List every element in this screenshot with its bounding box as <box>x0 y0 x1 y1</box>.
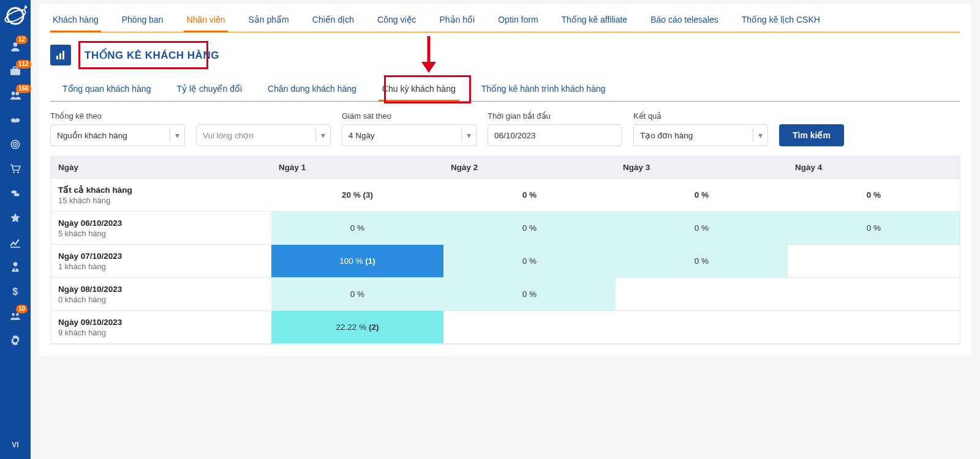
subtab-cycle[interactable]: Chu kỳ khách hàng <box>379 79 459 101</box>
table-row: Ngày 06/10/20235 khách hàng0 %0 %0 %0 % <box>51 212 960 245</box>
chevron-down-icon: ▾ <box>461 129 471 142</box>
tab-staff[interactable]: Nhân viên <box>184 10 227 32</box>
col-day-3: Ngày 3 <box>616 157 788 179</box>
coins-icon[interactable] <box>0 181 31 206</box>
badge: 10 <box>16 305 28 313</box>
cohort-cell: 0 % <box>443 278 616 311</box>
tab-optin[interactable]: Optin form <box>496 10 540 32</box>
table-row: Tất cả khách hàng15 khách hàng20 % (3)0 … <box>51 179 960 212</box>
table-row: Ngày 07/10/20231 khách hàng100 % (1)0 %0… <box>51 245 960 278</box>
filter-bar: Thống kê theo Nguồn khách hàng ▾ Vui lòn… <box>50 111 960 146</box>
filter-start-date-label: Thời gian bắt đầu <box>488 111 622 121</box>
left-sidebar: 12112166$10 VI <box>0 0 31 459</box>
svg-point-6 <box>12 92 15 95</box>
tab-telesales[interactable]: Báo cáo telesales <box>648 10 721 32</box>
badge: 12 <box>16 35 28 44</box>
svg-text:$: $ <box>13 286 18 297</box>
gear-icon[interactable] <box>0 328 31 353</box>
briefcase-icon[interactable]: 112 <box>0 59 31 83</box>
secondary-tabs: Tổng quan khách hàngTỷ lệ chuyển đổiChân… <box>50 79 960 102</box>
page-title: THỐNG KÊ KHÁCH HÀNG <box>78 45 225 65</box>
search-button[interactable]: Tìm kiếm <box>779 124 844 146</box>
subtab-conversion[interactable]: Tỷ lệ chuyển đổi <box>173 79 246 101</box>
cohort-cell: 0 % <box>616 245 788 278</box>
filter-start-date-input[interactable]: 06/10/2023 <box>488 124 622 146</box>
tab-feedback[interactable]: Phản hồi <box>437 10 478 32</box>
svg-rect-4 <box>10 69 20 75</box>
cohort-cell: 0 % <box>443 179 616 212</box>
svg-point-3 <box>13 42 18 47</box>
subtab-journey[interactable]: Thống kê hành trình khách hàng <box>478 79 609 101</box>
svg-point-1 <box>4 7 28 24</box>
subtab-profile[interactable]: Chân dung khách hàng <box>264 79 360 101</box>
svg-point-17 <box>12 313 15 316</box>
tab-cskh[interactable]: Thống kê lịch CSKH <box>739 10 823 32</box>
filter-second-label <box>196 111 331 121</box>
main-content: Khách hàngPhòng banNhân viênSản phẩmChiế… <box>31 0 980 459</box>
svg-point-18 <box>16 313 19 316</box>
cohort-cell <box>788 245 960 278</box>
svg-point-15 <box>13 262 18 266</box>
tab-affiliate[interactable]: Thống kê affiliate <box>559 10 630 32</box>
cohort-cell: 0 % <box>443 245 616 278</box>
cohort-cell: 0 % <box>443 212 616 245</box>
svg-rect-20 <box>59 53 61 59</box>
stats-icon <box>50 45 71 65</box>
svg-point-12 <box>17 171 19 173</box>
chevron-down-icon: ▾ <box>170 129 179 142</box>
filter-stat-by-select[interactable]: Nguồn khách hàng ▾ <box>50 124 185 146</box>
col-day-4: Ngày 4 <box>788 157 960 179</box>
table-row: Ngày 09/10/20239 khách hàng22.22 % (2) <box>51 311 960 344</box>
col-day: Ngày <box>51 157 271 179</box>
cohort-cell <box>788 278 960 311</box>
cohort-cell: 0 % <box>616 179 788 212</box>
users-cog-icon[interactable]: 166 <box>0 83 31 108</box>
table-row: Ngày 08/10/20230 khách hàng0 %0 % <box>51 278 960 311</box>
svg-point-10 <box>15 144 16 145</box>
chevron-down-icon: ▾ <box>753 129 763 142</box>
user-icon[interactable]: 12 <box>0 34 31 59</box>
star-icon[interactable] <box>0 206 31 230</box>
row-header: Ngày 06/10/20235 khách hàng <box>51 212 271 245</box>
cohort-cell <box>443 311 616 344</box>
cohort-cell: 20 % (3) <box>271 179 443 212</box>
cart-icon[interactable] <box>0 157 31 181</box>
group-badge-icon[interactable]: 10 <box>0 304 31 328</box>
row-header: Ngày 08/10/20230 khách hàng <box>51 278 271 311</box>
dollar-icon[interactable]: $ <box>0 279 31 304</box>
filter-result-select[interactable]: Tạo đơn hàng ▾ <box>633 124 768 146</box>
user-tie-icon[interactable] <box>0 255 31 279</box>
chart-line-icon[interactable] <box>0 230 31 255</box>
cohort-cell <box>616 311 788 344</box>
tab-work[interactable]: Công việc <box>375 10 418 32</box>
svg-point-14 <box>14 193 20 196</box>
cohort-cell: 22.22 % (2) <box>271 311 443 344</box>
row-header: Tất cả khách hàng15 khách hàng <box>51 179 271 212</box>
col-day-2: Ngày 2 <box>443 157 616 179</box>
filter-monitor-select[interactable]: 4 Ngày ▾ <box>342 124 477 146</box>
cohort-table: NgàyNgày 1Ngày 2Ngày 3Ngày 4 Tất cả khác… <box>50 156 960 345</box>
row-header: Ngày 07/10/20231 khách hàng <box>51 245 271 278</box>
filter-result-label: Kết quả <box>633 111 768 121</box>
badge: 166 <box>16 84 31 93</box>
tab-products[interactable]: Sản phẩm <box>246 10 292 32</box>
cohort-cell: 0 % <box>616 212 788 245</box>
target-icon[interactable] <box>0 132 31 157</box>
filter-second-select[interactable]: Vui lòng chọn ▾ <box>196 124 331 146</box>
chevron-down-icon: ▾ <box>315 129 325 142</box>
app-logo[interactable] <box>3 4 28 28</box>
subtab-overview[interactable]: Tổng quan khách hàng <box>59 79 154 101</box>
svg-point-13 <box>11 190 17 193</box>
language-switch[interactable]: VI <box>12 441 18 459</box>
tab-department[interactable]: Phòng ban <box>119 10 166 32</box>
cohort-cell: 0 % <box>271 278 443 311</box>
cohort-cell: 100 % (1) <box>271 245 443 278</box>
tab-campaign[interactable]: Chiến dịch <box>310 10 356 32</box>
badge: 112 <box>16 60 31 69</box>
handshake-icon[interactable] <box>0 108 31 132</box>
cohort-cell <box>788 311 960 344</box>
svg-rect-21 <box>62 51 64 59</box>
svg-point-11 <box>13 171 15 173</box>
cohort-cell: 0 % <box>788 212 960 245</box>
tab-customers[interactable]: Khách hàng <box>50 10 101 32</box>
